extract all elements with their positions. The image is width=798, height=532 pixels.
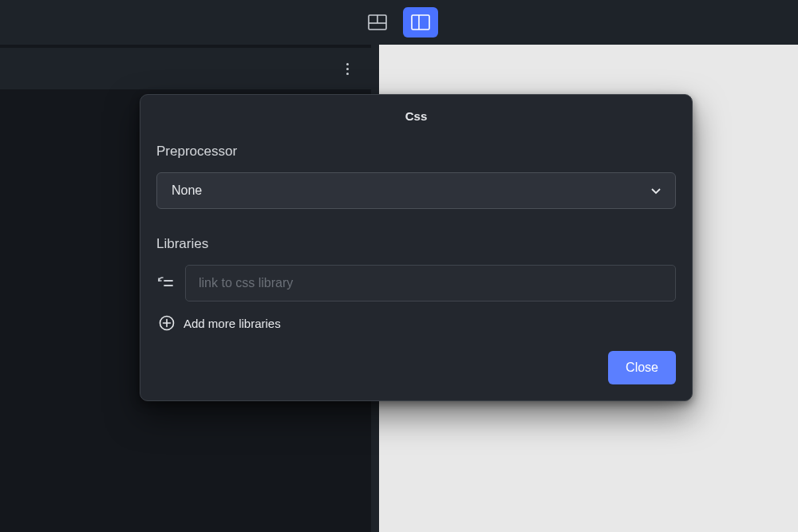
add-library-label: Add more libraries [184, 317, 281, 330]
layout-grid-icon [368, 14, 387, 30]
layout-grid-button[interactable] [360, 7, 395, 37]
preprocessor-select[interactable]: None [156, 172, 676, 209]
layout-split-button[interactable] [403, 7, 438, 37]
preprocessor-label: Preprocessor [156, 144, 676, 160]
modal-footer: Close [156, 351, 676, 384]
chevron-down-icon [651, 183, 661, 198]
css-settings-modal: Css Preprocessor None Libraries Add [140, 94, 693, 401]
editor-pane-header [0, 48, 371, 89]
preprocessor-value: None [172, 183, 202, 198]
add-library-button[interactable]: Add more libraries [156, 314, 676, 332]
close-button[interactable]: Close [608, 351, 676, 384]
svg-rect-3 [412, 15, 429, 30]
reorder-icon[interactable] [156, 274, 174, 292]
library-url-input[interactable] [185, 265, 676, 301]
top-toolbar [0, 0, 798, 45]
modal-title: Css [156, 109, 676, 123]
libraries-label: Libraries [156, 236, 676, 252]
pane-menu-button[interactable] [338, 59, 357, 78]
plus-circle-icon [158, 314, 176, 332]
layout-split-icon [411, 14, 430, 30]
library-row [156, 265, 676, 301]
